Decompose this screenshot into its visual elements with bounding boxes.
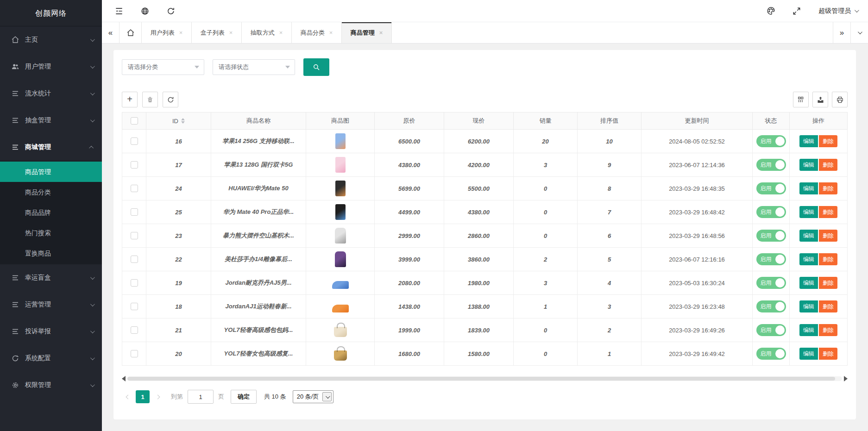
fullscreen-icon[interactable] (792, 6, 802, 16)
scrollbar-track[interactable] (127, 376, 842, 381)
status-toggle[interactable]: 启用 (756, 277, 786, 289)
product-image (332, 281, 349, 289)
status-toggle[interactable]: 启用 (756, 182, 786, 194)
status-toggle[interactable]: 启用 (756, 206, 786, 218)
row-checkbox[interactable] (131, 185, 138, 192)
edit-button[interactable]: 编辑 (799, 324, 818, 336)
tabs-scroll-right-button[interactable]: » (833, 22, 850, 43)
print-button[interactable] (832, 92, 848, 107)
edit-button[interactable]: 编辑 (799, 300, 818, 312)
status-select[interactable]: 请选择状态 (213, 59, 295, 75)
select-dropdown-button[interactable] (322, 392, 332, 401)
page-size-select[interactable]: 20 条/页 (293, 390, 334, 403)
sidebar-item-product-category[interactable]: 商品分类 (0, 182, 102, 202)
delete-button[interactable]: 删除 (819, 182, 837, 194)
row-checkbox[interactable] (131, 326, 138, 334)
edit-button[interactable]: 编辑 (799, 277, 818, 289)
tabs-menu-button[interactable] (850, 22, 868, 43)
sidebar-item-home[interactable]: 主页 (0, 26, 102, 53)
category-select[interactable]: 请选择分类 (122, 59, 204, 75)
edit-button[interactable]: 编辑 (799, 159, 818, 171)
batch-delete-button[interactable] (142, 92, 158, 107)
status-toggle[interactable]: 启用 (756, 230, 786, 242)
user-menu[interactable]: 超级管理员 (818, 7, 858, 15)
sort-icon[interactable] (181, 118, 185, 124)
status-toggle[interactable]: 启用 (756, 324, 786, 336)
next-page-button[interactable] (151, 390, 164, 403)
delete-button[interactable]: 删除 (819, 135, 837, 147)
sidebar-item-lucky-box[interactable]: 幸运盲盒 (0, 264, 102, 291)
sidebar-item-product-brand[interactable]: 商品品牌 (0, 202, 102, 223)
delete-button[interactable]: 删除 (819, 230, 837, 242)
sidebar-item-complaints[interactable]: 投诉举报 (0, 318, 102, 345)
theme-palette-icon[interactable] (766, 6, 776, 16)
tab-product-manage[interactable]: 商品管理 × (342, 22, 392, 43)
delete-button[interactable]: 删除 (819, 253, 837, 265)
edit-button[interactable]: 编辑 (799, 253, 818, 265)
edit-button[interactable]: 编辑 (799, 182, 818, 194)
sidebar-item-mall-manage[interactable]: 商城管理 (0, 134, 102, 161)
row-checkbox[interactable] (131, 303, 138, 310)
tab-product-category[interactable]: 商品分类 × (292, 22, 342, 43)
row-checkbox[interactable] (131, 256, 138, 263)
scrollbar-thumb[interactable] (127, 377, 835, 381)
close-icon[interactable]: × (329, 29, 333, 36)
sidebar-item-hot-search[interactable]: 热门搜索 (0, 223, 102, 243)
close-icon[interactable]: × (379, 29, 383, 36)
tabs-scroll-left-button[interactable]: « (102, 22, 120, 43)
status-toggle[interactable]: 启用 (756, 300, 786, 312)
delete-button[interactable]: 删除 (819, 206, 837, 218)
header-id[interactable]: ID (146, 112, 211, 130)
goto-page-input[interactable] (188, 390, 214, 404)
close-icon[interactable]: × (179, 29, 183, 36)
sidebar-item-flow-stats[interactable]: 流水统计 (0, 80, 102, 107)
page-number-button[interactable]: 1 (136, 390, 150, 403)
sidebar-item-permission[interactable]: 权限管理 (0, 372, 102, 399)
edit-button[interactable]: 编辑 (799, 230, 818, 242)
add-button[interactable]: + (122, 92, 138, 107)
sidebar-item-system-config[interactable]: 系统配置 (0, 345, 102, 372)
row-checkbox[interactable] (131, 161, 138, 169)
prev-page-button[interactable] (122, 390, 134, 403)
collapse-sidebar-icon[interactable] (114, 6, 124, 16)
tab-home[interactable] (120, 22, 142, 43)
row-checkbox[interactable] (131, 350, 138, 357)
edit-button[interactable]: 编辑 (799, 135, 818, 147)
tab-box-list[interactable]: 盒子列表 × (192, 22, 242, 43)
delete-button[interactable]: 删除 (819, 159, 837, 171)
cell-sales: 0 (514, 342, 578, 366)
delete-button[interactable]: 删除 (819, 348, 837, 360)
status-toggle[interactable]: 启用 (756, 135, 786, 147)
scroll-right-arrow-icon[interactable] (844, 376, 848, 381)
sidebar-item-users[interactable]: 用户管理 (0, 53, 102, 80)
row-checkbox[interactable] (131, 232, 138, 239)
sidebar-item-operations[interactable]: 运营管理 (0, 291, 102, 318)
status-toggle[interactable]: 启用 (756, 159, 786, 171)
delete-button[interactable]: 删除 (819, 324, 837, 336)
refresh-icon[interactable] (166, 6, 176, 16)
close-icon[interactable]: × (279, 29, 283, 36)
refresh-table-button[interactable] (163, 92, 178, 107)
delete-button[interactable]: 删除 (819, 277, 837, 289)
search-button[interactable] (303, 58, 329, 76)
tab-user-list[interactable]: 用户列表 × (142, 22, 192, 43)
status-toggle[interactable]: 启用 (756, 253, 786, 265)
tab-draw-method[interactable]: 抽取方式 × (242, 22, 292, 43)
export-button[interactable] (812, 92, 828, 107)
edit-button[interactable]: 编辑 (799, 348, 818, 360)
edit-button[interactable]: 编辑 (799, 206, 818, 218)
sidebar-item-exchange-product[interactable]: 置换商品 (0, 243, 102, 263)
row-checkbox[interactable] (131, 208, 138, 216)
columns-filter-button[interactable] (793, 92, 809, 107)
row-checkbox[interactable] (131, 279, 138, 287)
globe-icon[interactable] (140, 6, 150, 16)
sidebar-item-box-manage[interactable]: 抽盒管理 (0, 107, 102, 134)
sidebar-item-product-manage[interactable]: 商品管理 (0, 162, 102, 182)
select-all-checkbox[interactable] (131, 117, 138, 125)
scroll-left-arrow-icon[interactable] (122, 376, 126, 381)
row-checkbox[interactable] (131, 137, 138, 145)
close-icon[interactable]: × (229, 29, 233, 36)
delete-button[interactable]: 删除 (819, 300, 837, 312)
confirm-button[interactable]: 确定 (231, 390, 257, 404)
status-toggle[interactable]: 启用 (756, 348, 786, 360)
